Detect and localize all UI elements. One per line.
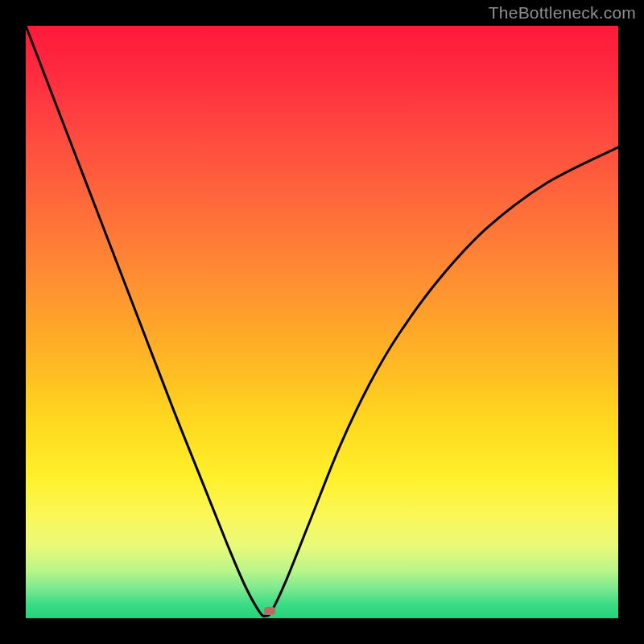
- plot-area: [26, 26, 618, 618]
- watermark-text: TheBottleneck.com: [489, 3, 636, 23]
- bottleneck-curve: [26, 26, 618, 618]
- optimum-marker: [264, 607, 275, 615]
- chart-frame: TheBottleneck.com: [0, 0, 644, 644]
